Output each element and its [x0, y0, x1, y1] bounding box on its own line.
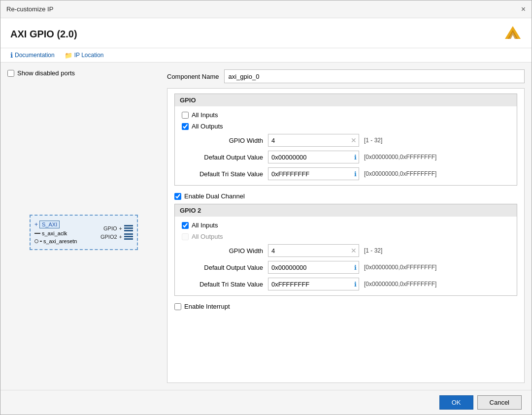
gpio2-default-tristate-row: Default Tri State Value 0xFFFFFFFF ℹ [0x…	[182, 278, 510, 290]
default-output-row: Default Output Value 0x00000000 ℹ [0x000…	[182, 151, 510, 163]
close-button[interactable]: ×	[521, 5, 526, 13]
gpio-section: GPIO All Inputs All Outputs GP	[174, 94, 517, 186]
footer: OK Cancel	[0, 390, 532, 415]
s-axi-label: S_AXI	[39, 221, 60, 228]
xilinx-logo	[504, 25, 522, 43]
gpio2-default-output-info-icon[interactable]: ℹ	[354, 264, 357, 271]
gpio-width-clear-icon[interactable]: ✕	[351, 136, 357, 144]
gpio-width-row: GPIO Width 4 ✕ [1 - 32]	[182, 134, 510, 147]
gpio-line-2	[124, 227, 133, 229]
gpio2-width-value: 4	[271, 247, 351, 255]
gpio2-default-output-wrapper[interactable]: 0x00000000 ℹ	[268, 261, 359, 274]
show-disabled-row: Show disabled ports	[7, 69, 160, 77]
all-outputs-checkbox[interactable]	[182, 123, 189, 130]
left-panel: Show disabled ports + S_AXI s_axi_aclk	[7, 69, 160, 383]
folder-icon: 📁	[65, 52, 72, 59]
gpio2-all-outputs-checkbox[interactable]	[182, 233, 189, 240]
show-disabled-checkbox[interactable]	[7, 70, 14, 77]
gpio2-width-clear-icon[interactable]: ✕	[351, 247, 357, 255]
enable-interrupt-row: Enable Interrupt	[174, 303, 517, 310]
gpio2-width-range: [1 - 32]	[364, 247, 382, 254]
component-diagram: + S_AXI s_axi_aclk s_axi_aresetn	[30, 215, 138, 250]
s-axi-aclk-port: s_axi_aclk	[34, 230, 77, 236]
default-tristate-info-icon[interactable]: ℹ	[354, 170, 357, 178]
gpio2-port: GPIO2 +	[100, 233, 133, 240]
gpio2-all-outputs-label: All Outputs	[192, 233, 223, 240]
component-name-input[interactable]	[224, 69, 525, 83]
default-tristate-label: Default Tri State Value	[182, 170, 263, 178]
show-disabled-label[interactable]: Show disabled ports	[17, 69, 75, 77]
gpio2-port-label: GPIO2	[100, 234, 117, 240]
component-name-row: Component Name	[167, 69, 525, 83]
s-axi-aresetn-port: s_axi_aresetn	[34, 238, 77, 244]
ip-location-link[interactable]: 📁 IP Location	[65, 52, 104, 59]
header: AXI GPIO (2.0)	[0, 18, 532, 48]
gpio-width-label: GPIO Width	[182, 137, 263, 144]
gpio-width-range: [1 - 32]	[364, 137, 382, 144]
gpio2-section: GPIO 2 All Inputs All Outputs	[174, 204, 517, 296]
component-right-ports: GPIO + GPIO2 +	[100, 225, 133, 240]
right-panel: Component Name GPIO All Inputs	[167, 69, 525, 383]
gpio-width-value: 4	[271, 137, 351, 144]
default-tristate-input-wrapper[interactable]: 0xFFFFFFFF ℹ	[268, 167, 359, 180]
rst-circle-icon	[34, 239, 38, 243]
config-scroll[interactable]: GPIO All Inputs All Outputs GP	[167, 89, 524, 383]
enable-interrupt-checkbox[interactable]	[174, 303, 181, 310]
dialog: Re-customize IP × AXI GPIO (2.0) ℹ Docum…	[0, 0, 532, 415]
enable-interrupt-label[interactable]: Enable Interrupt	[184, 303, 230, 310]
component-canvas: + S_AXI s_axi_aclk s_axi_aresetn	[7, 82, 160, 383]
gpio-section-header: GPIO	[175, 94, 517, 106]
default-tristate-range: [0x00000000,0xFFFFFFFF]	[364, 170, 436, 177]
gpio-port-lines	[124, 225, 133, 231]
gpio-section-body: All Inputs All Outputs GPIO Width 4 ✕	[175, 106, 517, 185]
all-outputs-label[interactable]: All Outputs	[192, 123, 223, 130]
gpio2-default-output-row: Default Output Value 0x00000000 ℹ [0x000…	[182, 261, 510, 274]
default-output-value: 0x00000000	[271, 154, 354, 161]
gpio-line-1	[124, 225, 133, 226]
all-inputs-row: All Inputs	[182, 111, 510, 119]
gpio-port-label: GPIO	[103, 225, 117, 231]
gpio2-width-row: GPIO Width 4 ✕ [1 - 32]	[182, 244, 510, 257]
default-output-range: [0x00000000,0xFFFFFFFF]	[364, 154, 436, 160]
default-output-info-icon[interactable]: ℹ	[354, 154, 357, 161]
gpio2-port-lines	[124, 233, 133, 240]
gpio2-default-tristate-range: [0x00000000,0xFFFFFFFF]	[364, 281, 436, 287]
gpio-port: GPIO +	[103, 225, 133, 231]
gpio2-line-2	[124, 236, 133, 237]
s-axi-port: + S_AXI	[34, 221, 77, 228]
gpio2-all-inputs-checkbox[interactable]	[182, 222, 189, 229]
cancel-button[interactable]: Cancel	[477, 395, 522, 410]
config-panel: GPIO All Inputs All Outputs GP	[167, 88, 525, 383]
all-inputs-checkbox[interactable]	[182, 112, 189, 119]
sub-header: ℹ Documentation 📁 IP Location	[0, 48, 532, 63]
component-name-label: Component Name	[167, 73, 219, 80]
gpio-width-input-wrapper[interactable]: 4 ✕	[268, 134, 359, 147]
gpio2-default-output-value: 0x00000000	[271, 264, 354, 271]
gpio2-default-tristate-label: Default Tri State Value	[182, 281, 263, 288]
ip-title: AXI GPIO (2.0)	[10, 29, 77, 40]
gpio2-width-input-wrapper[interactable]: 4 ✕	[268, 244, 359, 257]
enable-dual-row: Enable Dual Channel	[174, 192, 517, 200]
gpio2-default-output-range: [0x00000000,0xFFFFFFFF]	[364, 264, 436, 271]
gpio2-all-outputs-row: All Outputs	[182, 233, 510, 240]
gpio2-default-tristate-wrapper[interactable]: 0xFFFFFFFF ℹ	[268, 278, 359, 290]
gpio2-section-header: GPIO 2	[175, 204, 517, 217]
gpio2-section-body: All Inputs All Outputs GPIO Width 4 ✕	[175, 217, 517, 295]
gpio2-default-tristate-info-icon[interactable]: ℹ	[354, 281, 357, 288]
default-tristate-row: Default Tri State Value 0xFFFFFFFF ℹ [0x…	[182, 167, 510, 180]
gpio-plus-icon: +	[119, 225, 122, 231]
gpio2-line-3	[124, 238, 133, 240]
ok-button[interactable]: OK	[439, 395, 473, 410]
default-output-input-wrapper[interactable]: 0x00000000 ℹ	[268, 151, 359, 163]
enable-dual-checkbox[interactable]	[174, 193, 181, 200]
default-tristate-value: 0xFFFFFFFF	[271, 170, 354, 178]
component-left-ports: + S_AXI s_axi_aclk s_axi_aresetn	[34, 221, 77, 244]
gpio2-default-tristate-value: 0xFFFFFFFF	[271, 281, 354, 288]
gpio2-all-inputs-label[interactable]: All Inputs	[192, 222, 218, 229]
all-inputs-label[interactable]: All Inputs	[192, 111, 218, 119]
documentation-link[interactable]: ℹ Documentation	[10, 51, 55, 59]
enable-dual-label[interactable]: Enable Dual Channel	[184, 192, 245, 200]
gpio2-default-output-label: Default Output Value	[182, 264, 263, 271]
default-output-label: Default Output Value	[182, 154, 263, 161]
s-axi-aclk-label: s_axi_aclk	[42, 230, 67, 236]
